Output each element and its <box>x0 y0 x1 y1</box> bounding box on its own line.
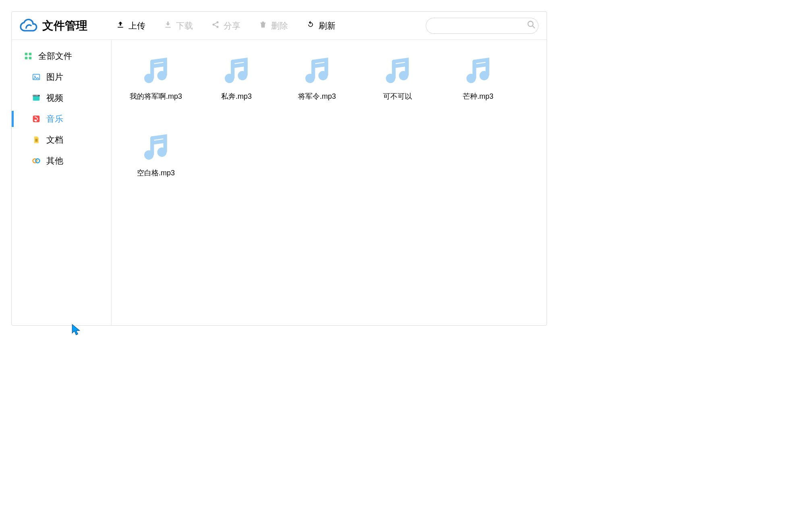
svg-rect-5 <box>29 53 32 56</box>
mouse-cursor-icon <box>72 324 81 337</box>
doc-icon <box>32 135 41 144</box>
sidebar-item-label: 全部文件 <box>38 50 72 62</box>
brand: 文件管理 <box>20 17 87 35</box>
svg-point-26 <box>386 74 395 83</box>
refresh-icon <box>307 21 315 31</box>
file-grid: 我的将军啊.mp3 私奔.mp3 将军令.mp3 可不可以 芒种.mp3 空白格 <box>112 40 547 325</box>
music-file-icon <box>222 56 251 86</box>
svg-rect-14 <box>36 95 37 96</box>
file-name: 私奔.mp3 <box>221 91 252 101</box>
music-file-icon <box>463 56 493 86</box>
app-title: 文件管理 <box>42 18 87 33</box>
download-label: 下载 <box>176 20 193 31</box>
delete-button[interactable]: 删除 <box>253 18 294 34</box>
svg-point-29 <box>479 71 489 80</box>
svg-rect-7 <box>29 57 32 60</box>
sidebar-item-label: 其他 <box>46 155 63 166</box>
sidebar-item-music[interactable]: 音乐 <box>12 108 111 129</box>
search-box[interactable] <box>426 18 539 34</box>
svg-point-19 <box>35 159 39 163</box>
svg-point-28 <box>466 74 476 83</box>
toolbar: 文件管理 上传 下载 分享 <box>12 12 547 40</box>
other-icon <box>32 156 41 165</box>
sidebar: 全部文件 图片 视频 音乐 文档 其他 <box>12 40 112 325</box>
svg-rect-13 <box>35 95 36 96</box>
music-file-icon <box>141 56 171 86</box>
refresh-label: 刷新 <box>319 20 336 31</box>
file-item[interactable]: 芒种.mp3 <box>438 54 518 130</box>
music-file-icon <box>302 56 332 86</box>
upload-button[interactable]: 上传 <box>111 18 151 34</box>
refresh-button[interactable]: 刷新 <box>301 18 341 34</box>
svg-point-21 <box>157 71 166 80</box>
share-icon <box>211 21 220 31</box>
share-button[interactable]: 分享 <box>206 18 246 34</box>
sidebar-item-label: 图片 <box>46 71 63 83</box>
svg-rect-6 <box>25 57 28 60</box>
upload-icon <box>116 21 124 31</box>
cloud-logo-icon <box>20 17 38 35</box>
file-name: 芒种.mp3 <box>463 91 493 101</box>
body: 全部文件 图片 视频 音乐 文档 其他 <box>12 40 547 325</box>
image-icon <box>32 73 41 81</box>
file-item[interactable]: 空白格.mp3 <box>116 130 196 207</box>
sidebar-item-label: 音乐 <box>46 113 63 125</box>
svg-point-17 <box>34 120 36 121</box>
svg-point-24 <box>305 74 315 83</box>
svg-point-27 <box>399 71 408 80</box>
svg-rect-15 <box>37 95 38 96</box>
svg-point-2 <box>217 26 219 28</box>
file-item[interactable]: 私奔.mp3 <box>196 54 277 130</box>
svg-point-9 <box>34 76 35 77</box>
music-file-icon <box>141 133 171 162</box>
sidebar-item-other[interactable]: 其他 <box>12 150 111 171</box>
svg-point-22 <box>225 74 234 83</box>
file-item[interactable]: 将军令.mp3 <box>277 54 357 130</box>
svg-rect-12 <box>33 95 34 96</box>
video-icon <box>32 94 41 102</box>
music-icon <box>32 114 41 123</box>
svg-rect-10 <box>33 96 40 101</box>
search-input[interactable] <box>433 21 527 30</box>
upload-label: 上传 <box>128 20 145 31</box>
svg-point-23 <box>238 71 247 80</box>
sidebar-item-doc[interactable]: 文档 <box>12 129 111 150</box>
file-name: 空白格.mp3 <box>137 168 175 178</box>
svg-point-20 <box>144 74 153 83</box>
svg-point-25 <box>318 71 327 80</box>
svg-point-1 <box>217 21 219 23</box>
grid-icon <box>24 52 33 60</box>
file-name: 可不可以 <box>383 91 412 101</box>
sidebar-item-image[interactable]: 图片 <box>12 66 111 87</box>
file-item[interactable]: 我的将军啊.mp3 <box>116 54 196 130</box>
download-button[interactable]: 下载 <box>158 18 199 34</box>
svg-point-31 <box>157 148 166 157</box>
sidebar-item-label: 文档 <box>46 134 63 145</box>
search-icon <box>527 20 536 31</box>
download-icon <box>164 21 172 31</box>
file-item[interactable]: 可不可以 <box>357 54 438 130</box>
file-name: 我的将军啊.mp3 <box>130 91 182 101</box>
file-name: 将军令.mp3 <box>298 91 336 101</box>
music-file-icon <box>383 56 412 86</box>
share-label: 分享 <box>224 20 240 31</box>
svg-point-30 <box>144 150 153 160</box>
sidebar-item-video[interactable]: 视频 <box>12 87 111 108</box>
svg-rect-4 <box>25 53 28 56</box>
delete-label: 删除 <box>271 20 288 31</box>
trash-icon <box>259 21 267 31</box>
file-manager-window: 文件管理 上传 下载 分享 <box>11 11 547 326</box>
sidebar-item-label: 视频 <box>46 92 63 104</box>
sidebar-item-all[interactable]: 全部文件 <box>12 46 111 66</box>
